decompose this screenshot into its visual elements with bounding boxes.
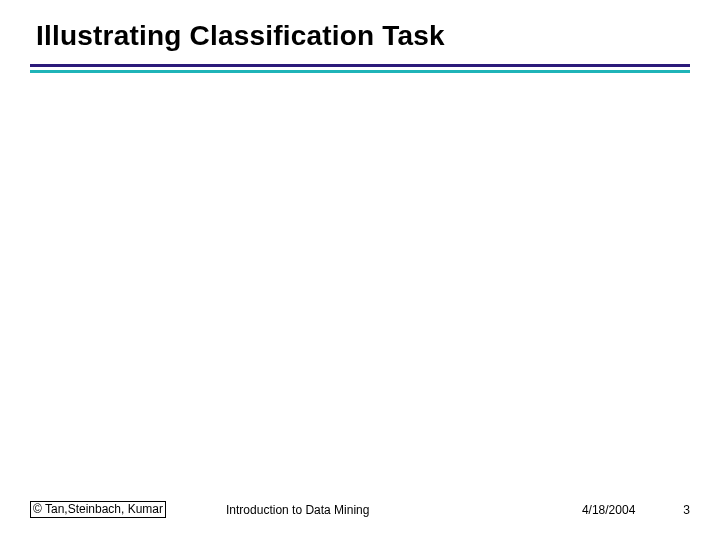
footer-center: Introduction to Data Mining [226,503,369,517]
slide: Illustrating Classification Task © Tan,S… [0,0,720,540]
footer-date: 4/18/2004 [582,503,635,517]
footer-copyright: © Tan,Steinbach, Kumar [30,501,166,518]
footer-page-number: 3 [683,503,690,517]
title-rule-accent [30,70,690,73]
slide-title: Illustrating Classification Task [36,20,684,52]
footer: © Tan,Steinbach, Kumar Introduction to D… [30,501,690,518]
title-rule-primary [30,64,690,67]
